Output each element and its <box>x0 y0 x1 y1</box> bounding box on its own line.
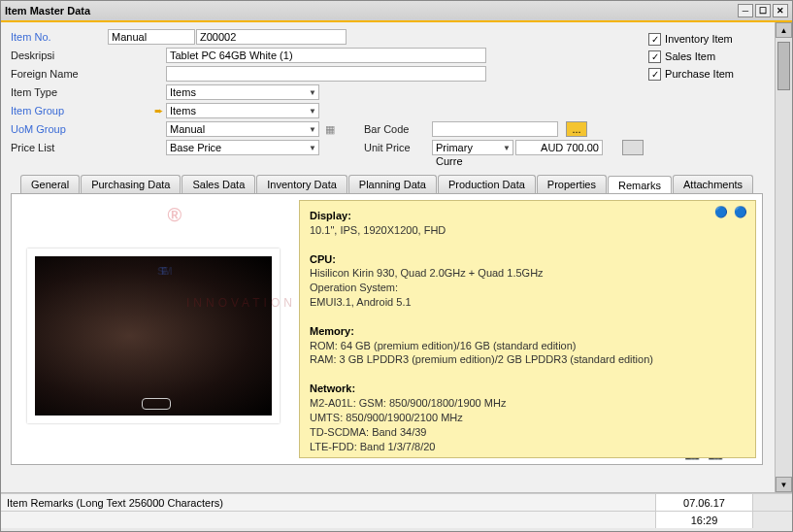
tab-planning-data[interactable]: Planning Data <box>348 175 437 193</box>
titlebar: Item Master Data ─ ☐ ✕ <box>1 1 792 22</box>
purchase-check-label: Purchase Item <box>665 68 734 80</box>
minimize-button[interactable]: ─ <box>738 4 753 17</box>
barcode-browse-button[interactable]: ... <box>566 121 587 137</box>
unitprice-currency-combo[interactable]: Primary Curre <box>432 140 513 155</box>
pricelist-combo[interactable]: Base Price <box>166 140 319 155</box>
tab-sales-data[interactable]: Sales Data <box>182 175 255 193</box>
uom-group-label[interactable]: UoM Group <box>11 123 108 135</box>
uom-group-combo[interactable]: Manual <box>166 121 319 137</box>
footer-remarks-label: Item Remarks (Long Text 256000 Character… <box>1 494 656 511</box>
footer-time: 16:29 <box>656 512 753 528</box>
item-group-label[interactable]: Item Group <box>11 105 108 116</box>
item-type-label: Item Type <box>11 86 108 98</box>
item-group-combo[interactable]: Items <box>166 103 319 118</box>
sales-checkbox[interactable]: ✓ <box>648 50 661 63</box>
foreign-name-field[interactable] <box>166 66 486 82</box>
remarks-text[interactable]: 🔵 🔵 Display: 10.1", IPS, 1920X1200, FHD … <box>299 200 756 458</box>
inventory-checkbox[interactable]: ✓ <box>648 33 661 46</box>
item-type-combo[interactable]: Items <box>166 84 319 100</box>
arrow-right-icon: ➨ <box>154 105 163 116</box>
unitprice-field[interactable]: AUD 700.00 <box>515 140 603 155</box>
tab-attachments[interactable]: Attachments <box>673 175 753 193</box>
barcode-field[interactable] <box>432 121 558 137</box>
unitprice-detail-button[interactable] <box>622 140 644 155</box>
purchase-checkbox[interactable]: ✓ <box>648 68 661 81</box>
tab-strip: General Purchasing Data Sales Data Inven… <box>11 175 763 193</box>
pricelist-label: Price List <box>11 142 108 153</box>
scroll-thumb[interactable] <box>777 42 790 90</box>
inventory-check-label: Inventory Item <box>665 33 733 45</box>
unitprice-label: Unit Price <box>364 142 432 153</box>
item-image[interactable] <box>27 249 280 423</box>
uom-detail-icon[interactable]: ▦ <box>325 123 335 136</box>
sales-check-label: Sales Item <box>665 50 715 62</box>
scroll-up-button[interactable]: ▲ <box>776 22 792 38</box>
item-no-label[interactable]: Item No. <box>11 31 108 43</box>
scroll-down-button[interactable]: ▼ <box>776 477 792 492</box>
footer: Item Remarks (Long Text 256000 Character… <box>1 492 792 531</box>
deskripsi-label: Deskripsi <box>11 50 108 61</box>
remarks-action-icon-1[interactable]: 🔵 <box>714 205 728 219</box>
vertical-scrollbar[interactable]: ▲ ▼ <box>775 22 792 492</box>
maximize-button[interactable]: ☐ <box>755 4 771 17</box>
tab-production-data[interactable]: Production Data <box>438 175 536 193</box>
tab-inventory-data[interactable]: Inventory Data <box>256 175 347 193</box>
barcode-label: Bar Code <box>364 123 432 135</box>
tab-remarks[interactable]: Remarks <box>608 176 672 194</box>
item-no-value[interactable]: Z00002 <box>196 29 347 45</box>
window-title: Item Master Data <box>5 5 90 17</box>
tab-content-remarks: STEM® INNOVATION • 🔵 🔵 Display: 10.1", I… <box>11 193 763 465</box>
close-button[interactable]: ✕ <box>773 4 788 17</box>
tab-properties[interactable]: Properties <box>537 175 607 193</box>
footer-date: 07.06.17 <box>656 494 753 511</box>
foreign-name-label: Foreign Name <box>11 68 108 80</box>
tab-purchasing-data[interactable]: Purchasing Data <box>81 175 181 193</box>
deskripsi-field[interactable]: Tablet PC 64GB White (1) <box>166 48 486 63</box>
item-no-mode[interactable]: Manual <box>108 29 195 45</box>
tab-general[interactable]: General <box>20 175 80 193</box>
remarks-action-icon-2[interactable]: 🔵 <box>734 205 747 219</box>
